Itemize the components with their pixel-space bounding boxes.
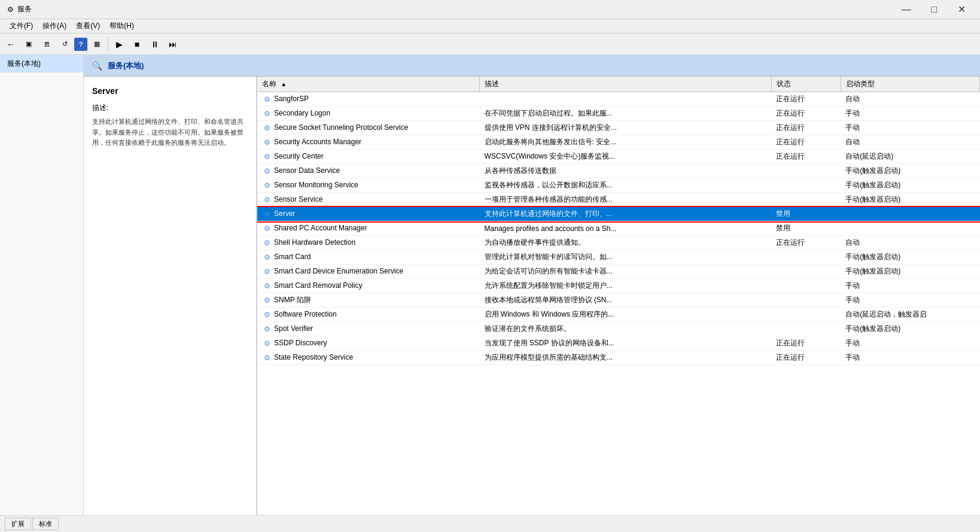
service-status-cell — [771, 250, 841, 265]
col-header-desc[interactable]: 描述 — [480, 77, 772, 92]
services-table-container[interactable]: 名称 ▲ 描述 状态 启动类型 — [257, 77, 980, 515]
service-status-cell: 正在运行 — [771, 107, 841, 121]
toolbar-forward-button[interactable]: ▣ — [20, 36, 37, 53]
service-startup-cell: 手动(触发器启动) — [841, 322, 979, 336]
service-icon: ⚙ — [262, 224, 272, 233]
tab-expand[interactable]: 扩展 — [5, 518, 31, 530]
service-status-cell: 禁用 — [771, 221, 841, 236]
service-status-cell — [771, 178, 841, 193]
service-icon: ⚙ — [262, 238, 272, 248]
toolbar-separator — [108, 38, 108, 51]
service-name-cell: ⚙Shell Hardware Detection — [257, 236, 480, 250]
menu-help[interactable]: 帮助(H) — [105, 20, 139, 32]
service-desc-cell: 验证潜在的文件系统损坏。 — [480, 322, 772, 336]
service-name-cell: ⚙Software Protection — [257, 308, 480, 322]
service-icon: ⚙ — [262, 138, 272, 147]
toolbar-properties-button[interactable]: ▦ — [89, 36, 105, 53]
service-startup-cell: 手动 — [841, 293, 979, 308]
table-row[interactable]: ⚙Security CenterWSCSVC(Windows 安全中心)服务监视… — [257, 150, 980, 164]
table-row[interactable]: ⚙Server支持此计算机通过网络的文件、打印、...禁用 — [257, 207, 980, 221]
service-desc-cell: 启动此服务将向其他服务发出信号: 安全... — [480, 135, 772, 150]
close-button[interactable]: ✕ — [948, 0, 975, 19]
service-startup-cell — [841, 221, 979, 236]
maximize-button[interactable]: □ — [920, 0, 948, 19]
sidebar-item-services-local[interactable]: 服务(本地) — [0, 55, 83, 72]
table-row[interactable]: ⚙Smart Card Removal Policy允许系统配置为移除智能卡时锁… — [257, 279, 980, 293]
service-status-cell: 正在运行 — [771, 135, 841, 150]
toolbar-play-button[interactable]: ▶ — [111, 36, 127, 53]
service-status-cell: 正在运行 — [771, 150, 841, 164]
content-header: 🔍 服务(本地) — [84, 55, 980, 77]
service-icon: ⚙ — [262, 253, 272, 262]
service-desc-cell: 监视各种传感器，以公开数据和适应系... — [480, 178, 772, 193]
toolbar-refresh-button[interactable]: ↺ — [56, 36, 73, 53]
menu-view[interactable]: 查看(V) — [71, 20, 105, 32]
service-name-cell: ⚙State Repository Service — [257, 351, 480, 365]
service-desc-cell: 允许系统配置为移除智能卡时锁定用户... — [480, 279, 772, 293]
table-row[interactable]: ⚙Software Protection启用 Windows 和 Windows… — [257, 308, 980, 322]
tab-standard[interactable]: 标准 — [32, 518, 59, 530]
toolbar-pause-button[interactable]: ⏸ — [147, 36, 163, 53]
detail-service-name: Server — [92, 86, 248, 96]
service-icon: ⚙ — [262, 267, 272, 276]
service-startup-cell: 手动 — [841, 121, 979, 135]
service-name-cell: ⚙Security Accounts Manager — [257, 135, 480, 150]
service-name-cell: ⚙SSDP Discovery — [257, 336, 480, 351]
title-bar-left: ⚙ 服务 — [7, 4, 32, 14]
service-desc-cell: 提供使用 VPN 连接到远程计算机的安全... — [480, 121, 772, 135]
table-row[interactable]: ⚙Sensor Data Service从各种传感器传送数据手动(触发器启动) — [257, 164, 980, 178]
service-desc-cell: 为应用程序模型提供所需的基础结构支... — [480, 351, 772, 365]
service-status-cell — [771, 193, 841, 207]
col-header-startup[interactable]: 启动类型 — [841, 77, 979, 92]
table-row[interactable]: ⚙Sensor Service一项用于管理各种传感器的功能的传感...手动(触发… — [257, 193, 980, 207]
service-startup-cell — [841, 207, 979, 221]
table-row[interactable]: ⚙State Repository Service为应用程序模型提供所需的基础结… — [257, 351, 980, 365]
minimize-button[interactable]: — — [893, 0, 920, 19]
service-desc-cell: 为给定会话可访问的所有智能卡读卡器... — [480, 265, 772, 279]
toolbar-help-button[interactable]: ? — [74, 38, 87, 51]
service-status-cell — [771, 265, 841, 279]
menu-action[interactable]: 操作(A) — [38, 20, 71, 32]
table-row[interactable]: ⚙SNMP 陷阱接收本地或远程简单网络管理协议 (SN...手动 — [257, 293, 980, 308]
toolbar-resume-button[interactable]: ⏭ — [165, 36, 181, 53]
toolbar-back-button[interactable]: ← — [2, 36, 19, 53]
table-row[interactable]: ⚙Spot Verifier验证潜在的文件系统损坏。手动(触发器启动) — [257, 322, 980, 336]
table-row[interactable]: ⚙SSDP Discovery当发现了使用 SSDP 协议的网络设备和...正在… — [257, 336, 980, 351]
sort-arrow-name: ▲ — [281, 81, 287, 87]
service-startup-cell: 手动 — [841, 351, 979, 365]
table-row[interactable]: ⚙Secure Socket Tunneling Protocol Servic… — [257, 121, 980, 135]
table-row[interactable]: ⚙Security Accounts Manager启动此服务将向其他服务发出信… — [257, 135, 980, 150]
service-startup-cell: 手动(触发器启动) — [841, 265, 979, 279]
content-area: 🔍 服务(本地) Server 描述: 支持此计算机通过网络的文件、打印、和命名… — [84, 55, 980, 515]
toolbar-stop-button[interactable]: ■ — [129, 36, 145, 53]
service-icon: ⚙ — [262, 339, 272, 348]
table-row[interactable]: ⚙Shared PC Account ManagerManages profil… — [257, 221, 980, 236]
table-row[interactable]: ⚙Sensor Monitoring Service监视各种传感器，以公开数据和… — [257, 178, 980, 193]
service-desc-cell: 启用 Windows 和 Windows 应用程序的... — [480, 308, 772, 322]
table-row[interactable]: ⚙Smart Card Device Enumeration Service为给… — [257, 265, 980, 279]
detail-panel: Server 描述: 支持此计算机通过网络的文件、打印、和命名管道共享。如果服务… — [84, 77, 257, 515]
toolbar-console-button[interactable]: 🖹 — [38, 36, 55, 53]
menu-file[interactable]: 文件(F) — [5, 20, 38, 32]
service-name-cell: ⚙Security Center — [257, 150, 480, 164]
service-name-cell: ⚙Sensor Service — [257, 193, 480, 207]
service-desc-cell: 当发现了使用 SSDP 协议的网络设备和... — [480, 336, 772, 351]
table-row[interactable]: ⚙SangforSP正在运行自动 — [257, 92, 980, 107]
split-pane: Server 描述: 支持此计算机通过网络的文件、打印、和命名管道共享。如果服务… — [84, 77, 980, 515]
service-name-cell: ⚙Sensor Data Service — [257, 164, 480, 178]
toolbar: ← ▣ 🖹 ↺ ? ▦ ▶ ■ ⏸ ⏭ — [0, 34, 980, 55]
service-desc-cell: Manages profiles and accounts on a Sh... — [480, 221, 772, 236]
col-header-name[interactable]: 名称 ▲ — [257, 77, 480, 92]
col-header-status[interactable]: 状态 — [771, 77, 841, 92]
menu-bar: 文件(F) 操作(A) 查看(V) 帮助(H) — [0, 19, 980, 34]
table-row[interactable]: ⚙Smart Card管理此计算机对智能卡的读写访问。如...手动(触发器启动) — [257, 250, 980, 265]
service-status-cell — [771, 293, 841, 308]
service-startup-cell: 手动(触发器启动) — [841, 178, 979, 193]
service-name-cell: ⚙Sensor Monitoring Service — [257, 178, 480, 193]
title-bar: ⚙ 服务 — □ ✕ — [0, 0, 980, 19]
service-desc-cell — [480, 92, 772, 107]
service-icon: ⚙ — [262, 353, 272, 363]
main-layout: 服务(本地) 🔍 服务(本地) Server 描述: 支持此计算机通过网络的文件… — [0, 55, 980, 515]
table-row[interactable]: ⚙Shell Hardware Detection为自动播放硬件事件提供通知。正… — [257, 236, 980, 250]
table-row[interactable]: ⚙Secondary Logon在不同凭据下启动启动过程。如果此服...正在运行… — [257, 107, 980, 121]
